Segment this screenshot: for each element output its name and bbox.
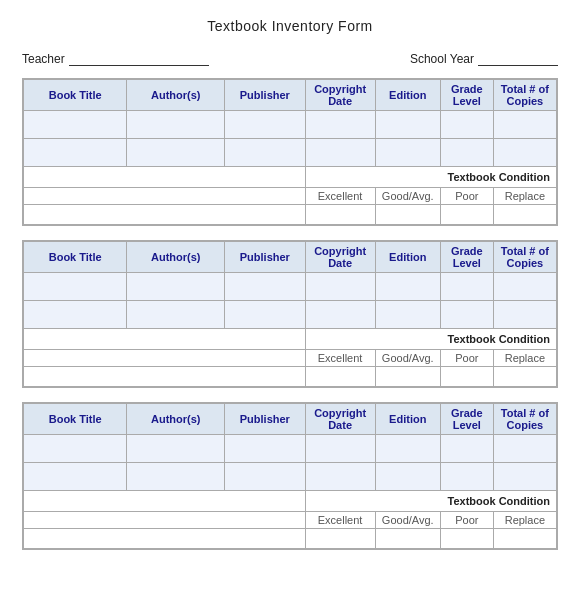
condition-label-spacer-3 (24, 512, 306, 529)
condition-label-row-1: Excellent Good/Avg. Poor Replace (24, 188, 557, 205)
cell-book-title-3-1[interactable] (24, 435, 127, 463)
school-year-field: School Year (410, 52, 558, 66)
cell-book-title-3-2[interactable] (24, 463, 127, 491)
condition-poor-label-2: Poor (440, 350, 493, 367)
teacher-underline[interactable] (69, 52, 209, 66)
cell-edition-2-2[interactable] (375, 301, 440, 329)
cell-grade-3-2[interactable] (440, 463, 493, 491)
cell-copyright-2-2[interactable] (305, 301, 375, 329)
condition-excellent-val-3[interactable] (305, 529, 375, 549)
condition-excellent-label-1: Excellent (305, 188, 375, 205)
cell-authors-2-2[interactable] (127, 301, 225, 329)
condition-excellent-label-3: Excellent (305, 512, 375, 529)
school-year-underline[interactable] (478, 52, 558, 66)
cell-publisher-3-2[interactable] (225, 463, 305, 491)
cell-book-title-1-2[interactable] (24, 139, 127, 167)
cell-grade-2-2[interactable] (440, 301, 493, 329)
header-grade-2: Grade Level (440, 242, 493, 273)
condition-goodavg-label-2: Good/Avg. (375, 350, 440, 367)
condition-excellent-val-2[interactable] (305, 367, 375, 387)
cell-total-1-2[interactable] (493, 139, 556, 167)
cell-total-3-1[interactable] (493, 435, 556, 463)
cell-total-1-1[interactable] (493, 111, 556, 139)
condition-replace-val-2[interactable] (493, 367, 556, 387)
header-authors-1: Author(s) (127, 80, 225, 111)
cell-grade-1-1[interactable] (440, 111, 493, 139)
cell-publisher-2-2[interactable] (225, 301, 305, 329)
condition-replace-val-3[interactable] (493, 529, 556, 549)
cell-authors-3-2[interactable] (127, 463, 225, 491)
teacher-field: Teacher (22, 52, 209, 66)
table-row (24, 111, 557, 139)
condition-replace-label-2: Replace (493, 350, 556, 367)
cell-total-2-1[interactable] (493, 273, 556, 301)
cell-publisher-1-2[interactable] (225, 139, 305, 167)
condition-goodavg-val-1[interactable] (375, 205, 440, 225)
table-header-row-1: Book Title Author(s) Publisher Copyright… (24, 80, 557, 111)
table-row (24, 435, 557, 463)
condition-header-row-2: Textbook Condition (24, 329, 557, 350)
condition-goodavg-val-3[interactable] (375, 529, 440, 549)
condition-poor-label-1: Poor (440, 188, 493, 205)
cell-copyright-1-1[interactable] (305, 111, 375, 139)
book-section-3: Book Title Author(s) Publisher Copyright… (22, 402, 558, 550)
condition-header-row-3: Textbook Condition (24, 491, 557, 512)
cell-edition-3-1[interactable] (375, 435, 440, 463)
school-year-label: School Year (410, 52, 474, 66)
header-authors-3: Author(s) (127, 404, 225, 435)
book-table-2: Book Title Author(s) Publisher Copyright… (23, 241, 557, 387)
teacher-label: Teacher (22, 52, 65, 66)
cell-copyright-3-1[interactable] (305, 435, 375, 463)
cell-grade-2-1[interactable] (440, 273, 493, 301)
cell-copyright-2-1[interactable] (305, 273, 375, 301)
condition-data-spacer-2 (24, 367, 306, 387)
condition-excellent-val-1[interactable] (305, 205, 375, 225)
condition-label-spacer-1 (24, 188, 306, 205)
header-publisher-2: Publisher (225, 242, 305, 273)
cell-authors-3-1[interactable] (127, 435, 225, 463)
condition-label-spacer-2 (24, 350, 306, 367)
cell-authors-1-1[interactable] (127, 111, 225, 139)
header-book-title-3: Book Title (24, 404, 127, 435)
table-row (24, 273, 557, 301)
condition-label-row-3: Excellent Good/Avg. Poor Replace (24, 512, 557, 529)
condition-poor-val-2[interactable] (440, 367, 493, 387)
cell-copyright-1-2[interactable] (305, 139, 375, 167)
cell-grade-1-2[interactable] (440, 139, 493, 167)
header-total-3: Total # of Copies (493, 404, 556, 435)
cell-authors-1-2[interactable] (127, 139, 225, 167)
condition-goodavg-val-2[interactable] (375, 367, 440, 387)
cell-total-3-2[interactable] (493, 463, 556, 491)
header-total-1: Total # of Copies (493, 80, 556, 111)
condition-data-spacer-3 (24, 529, 306, 549)
cell-book-title-2-2[interactable] (24, 301, 127, 329)
header-total-2: Total # of Copies (493, 242, 556, 273)
condition-data-row-2 (24, 367, 557, 387)
header-book-title-2: Book Title (24, 242, 127, 273)
condition-poor-val-1[interactable] (440, 205, 493, 225)
condition-poor-val-3[interactable] (440, 529, 493, 549)
condition-replace-val-1[interactable] (493, 205, 556, 225)
condition-replace-label-1: Replace (493, 188, 556, 205)
cell-edition-1-2[interactable] (375, 139, 440, 167)
table-header-row-3: Book Title Author(s) Publisher Copyright… (24, 404, 557, 435)
cell-edition-2-1[interactable] (375, 273, 440, 301)
cell-edition-3-2[interactable] (375, 463, 440, 491)
cell-book-title-1-1[interactable] (24, 111, 127, 139)
cell-edition-1-1[interactable] (375, 111, 440, 139)
condition-label-row-2: Excellent Good/Avg. Poor Replace (24, 350, 557, 367)
cell-publisher-1-1[interactable] (225, 111, 305, 139)
cell-grade-3-1[interactable] (440, 435, 493, 463)
header-edition-1: Edition (375, 80, 440, 111)
cell-publisher-3-1[interactable] (225, 435, 305, 463)
condition-data-spacer-1 (24, 205, 306, 225)
cell-publisher-2-1[interactable] (225, 273, 305, 301)
header-copyright-3: Copyright Date (305, 404, 375, 435)
cell-authors-2-1[interactable] (127, 273, 225, 301)
cell-book-title-2-1[interactable] (24, 273, 127, 301)
cell-total-2-2[interactable] (493, 301, 556, 329)
cell-copyright-3-2[interactable] (305, 463, 375, 491)
header-grade-3: Grade Level (440, 404, 493, 435)
condition-header-row-1: Textbook Condition (24, 167, 557, 188)
condition-excellent-label-2: Excellent (305, 350, 375, 367)
